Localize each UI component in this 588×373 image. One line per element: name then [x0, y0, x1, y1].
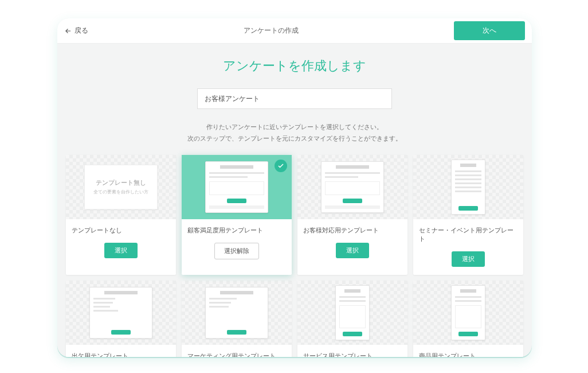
template-preview	[451, 160, 485, 215]
no-template-title: テンプレート無し	[96, 178, 146, 187]
select-button[interactable]: 選択	[104, 243, 138, 258]
template-title: マーケティング用テンプレート	[187, 352, 276, 357]
template-card-attendance[interactable]: 出欠用テンプレート 選択	[66, 281, 176, 357]
template-thumb	[297, 281, 407, 345]
card-body: サービス用テンプレート 選択	[297, 345, 407, 357]
arrow-left-icon	[64, 27, 72, 35]
scroll-area[interactable]: アンケートを作成します 作りたいアンケートに近いテンプレートを選択してください。…	[57, 44, 532, 357]
template-preview	[205, 161, 268, 213]
topbar-title: アンケートの作成	[88, 26, 454, 36]
template-card-none[interactable]: テンプレート無し 全ての要素を自作したい方 テンプレートなし 選択	[66, 155, 176, 275]
template-card-seminar[interactable]: セミナー・イベント用テンプレート 選択	[413, 155, 523, 275]
template-thumb: テンプレート無し 全ての要素を自作したい方	[66, 155, 176, 219]
template-card-customer[interactable]: お客様対応用テンプレート 選択	[297, 155, 407, 275]
template-title: セミナー・イベント用テンプレート	[419, 226, 518, 244]
card-body: お客様対応用テンプレート 選択	[297, 219, 407, 266]
content: アンケートを作成します 作りたいアンケートに近いテンプレートを選択してください。…	[57, 44, 532, 357]
no-template-sub: 全ての要素を自作したい方	[93, 189, 148, 195]
select-button[interactable]: 選択	[336, 243, 369, 258]
template-title: 商品用テンプレート	[419, 352, 476, 357]
template-title: サービス用テンプレート	[303, 352, 373, 357]
template-preview	[335, 285, 370, 340]
app-frame: 戻る アンケートの作成 次へ アンケートを作成します 作りたいアンケートに近いテ…	[57, 18, 532, 357]
deselect-button[interactable]: 選択解除	[214, 243, 259, 259]
template-title: お客様対応用テンプレート	[303, 226, 379, 235]
template-card-service[interactable]: サービス用テンプレート 選択	[297, 281, 407, 357]
back-button[interactable]: 戻る	[64, 26, 88, 36]
template-thumb	[297, 155, 407, 219]
select-button[interactable]: 選択	[452, 251, 485, 267]
back-label: 戻る	[75, 26, 88, 36]
template-preview	[205, 287, 268, 339]
template-grid: テンプレート無し 全ての要素を自作したい方 テンプレートなし 選択	[58, 155, 531, 357]
template-thumb	[413, 281, 523, 345]
card-body: セミナー・イベント用テンプレート 選択	[413, 219, 523, 275]
survey-title-input[interactable]	[197, 88, 392, 109]
check-icon	[275, 160, 287, 172]
card-body: マーケティング用テンプレート 選択	[182, 345, 292, 357]
description-line: 次のステップで、テンプレートを元にカスタマイズを行うことができます。	[187, 133, 402, 145]
description: 作りたいアンケートに近いテンプレートを選択してください。 次のステップで、テンプ…	[187, 122, 402, 145]
template-title: 顧客満足度用テンプレート	[187, 226, 263, 235]
card-body: テンプレートなし 選択	[66, 219, 176, 266]
template-card-marketing[interactable]: マーケティング用テンプレート 選択	[182, 281, 292, 357]
template-title: テンプレートなし	[72, 226, 122, 235]
template-preview	[89, 287, 152, 339]
template-title: 出欠用テンプレート	[72, 352, 128, 357]
template-card-satisfaction[interactable]: 顧客満足度用テンプレート 選択解除	[182, 155, 292, 275]
card-body: 出欠用テンプレート 選択	[66, 345, 176, 357]
template-thumb	[182, 155, 292, 219]
description-line: 作りたいアンケートに近いテンプレートを選択してください。	[187, 122, 402, 133]
page-heading: アンケートを作成します	[223, 57, 366, 75]
template-card-product[interactable]: 商品用テンプレート 選択	[413, 281, 523, 357]
template-preview	[321, 161, 384, 213]
template-thumb	[182, 281, 292, 345]
next-button[interactable]: 次へ	[454, 21, 525, 40]
template-preview	[451, 285, 485, 340]
card-body: 商品用テンプレート 選択	[413, 345, 523, 357]
topbar: 戻る アンケートの作成 次へ	[57, 18, 532, 44]
template-thumb	[413, 155, 523, 219]
no-template-box: テンプレート無し 全ての要素を自作したい方	[84, 165, 158, 209]
card-body: 顧客満足度用テンプレート 選択解除	[182, 219, 292, 270]
template-thumb	[66, 281, 176, 345]
